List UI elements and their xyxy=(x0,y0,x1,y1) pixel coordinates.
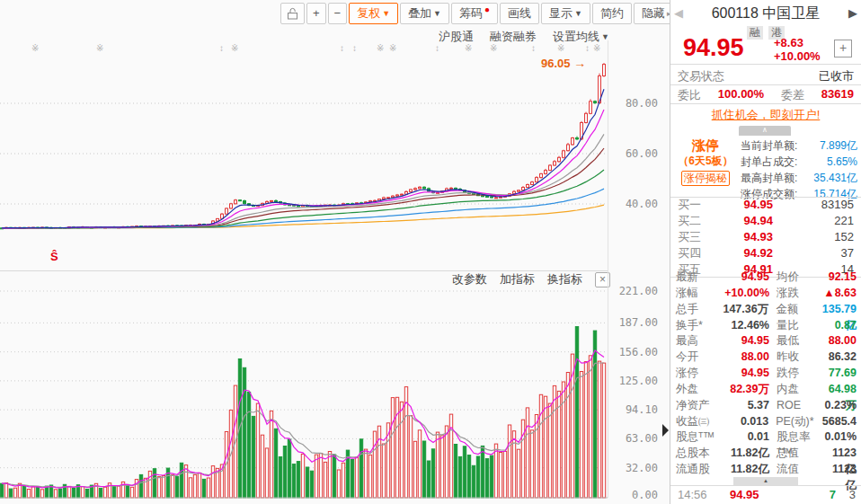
stat-row: 涨停94.95跌停77.69 xyxy=(676,366,857,382)
announcement-star-icon[interactable]: ※ xyxy=(96,43,103,54)
add-to-watchlist-button[interactable]: + xyxy=(834,40,852,57)
trade-status-label: 交易状态 xyxy=(678,68,724,84)
divider xyxy=(670,103,861,104)
announcement-star-icon[interactable]: ※ xyxy=(31,43,39,54)
weicha-value: 83619 xyxy=(821,87,854,103)
limit-up-streak: （6天5板） xyxy=(670,154,741,169)
candlestick-chart-canvas[interactable] xyxy=(0,40,608,272)
axis-divider xyxy=(608,40,608,498)
toolbar-button-画线[interactable]: 画线 xyxy=(500,3,539,24)
change-percent: +10.00% xyxy=(774,49,821,63)
volume-tick-label: 94.10 xyxy=(611,403,658,416)
collapse-tab[interactable]: ∧ xyxy=(739,126,791,136)
price-change: +8.63 +10.00% xyxy=(774,36,821,63)
dividend-arrow-icon[interactable]: ↕ xyxy=(531,43,536,54)
stat-row: 换手*12.46%量比0.87 xyxy=(676,318,857,334)
announcement-star-icon[interactable]: ※ xyxy=(593,43,600,54)
volume-tick-label: 32.00 xyxy=(611,462,658,474)
stat-row: 总股本11.82亿总值1123亿 xyxy=(676,446,857,462)
divider xyxy=(670,84,861,85)
quote-panel: ◀ 600118 中国卫星 ▶ 融港 94.95 +8.63 +10.00% +… xyxy=(670,0,861,504)
dividend-arrow-icon[interactable]: ↕ xyxy=(435,43,439,54)
panel-splitter-handle[interactable] xyxy=(662,424,669,437)
stat-row: 涨幅+10.00%涨跌▲8.63 xyxy=(676,286,857,302)
change-value: +8.63 xyxy=(774,36,821,49)
toolbar-button-显示[interactable]: 显示▼ xyxy=(541,3,590,24)
peak-price-label: 96.05 → xyxy=(541,56,586,70)
stat-row: 最高94.95最低88.00 xyxy=(676,333,857,349)
announcement-star-icon[interactable]: ※ xyxy=(377,43,384,54)
limit-up-stats: 当前封单额:7.899亿封单占成交:5.65%最高封单额:35.431亿涨停成交… xyxy=(741,137,857,202)
volume-tick-label: 187.00 xyxy=(611,316,658,329)
trade-status-row: 交易状态 已收市 xyxy=(678,68,854,84)
stat-row: 总手147.36万金额135.79亿 xyxy=(676,302,857,318)
limit-stat-row: 封单占成交:5.65% xyxy=(741,154,857,170)
price-tick-label: 40.00 xyxy=(611,198,658,210)
stock-title: 600118 中国卫星 xyxy=(670,4,861,23)
volume-chart-canvas[interactable] xyxy=(0,286,608,501)
limit-up-secret-button[interactable]: 涨停揭秘 xyxy=(681,171,730,186)
limit-stat-row: 当前封单额:7.899亿 xyxy=(741,137,857,154)
panel-scroll-tab[interactable]: ▲ xyxy=(733,477,798,485)
chart-region: +−复权▼叠加▼筹码●画线显示▼简约隐藏▸▸ 沪股通融资融券设置均线▼ ※※※※… xyxy=(0,0,670,504)
toolbar-button-−[interactable]: − xyxy=(328,3,348,24)
trading-app-window: +−复权▼叠加▼筹码●画线显示▼简约隐藏▸▸ 沪股通融资融券设置均线▼ ※※※※… xyxy=(0,0,861,504)
divider xyxy=(670,485,861,486)
volume-tick-label: 156.00 xyxy=(611,346,658,358)
weibi-row: 委比 100.00% 委差 83619 xyxy=(678,87,854,103)
peak-arrow-icon: → xyxy=(573,56,586,70)
volume-tick-label: 221.00 xyxy=(611,285,658,297)
tick-price: 94.95 xyxy=(730,487,793,503)
toolbar-button-叠加[interactable]: 叠加▼ xyxy=(400,3,449,24)
limit-up-title: 涨停 xyxy=(670,137,741,154)
announcement-star-icon[interactable]: ※ xyxy=(231,43,238,54)
dividend-arrow-icon[interactable]: ↕ xyxy=(219,43,224,54)
stock-name: 中国卫星 xyxy=(762,5,820,21)
toolbar-button-简约[interactable]: 简约 xyxy=(592,3,632,24)
stat-row: 流通股11.82亿流值1123亿 xyxy=(676,462,857,478)
announcement-star-icon[interactable]: ※ xyxy=(557,43,564,54)
stat-row: 外盘82.39万内盘64.98万 xyxy=(676,382,857,398)
weicha-label: 委差 xyxy=(781,87,804,103)
toolbar-button-复权[interactable]: 复权▼ xyxy=(349,3,398,24)
last-price: 94.95 xyxy=(683,34,744,62)
weibi-value: 100.00% xyxy=(718,87,764,103)
divider xyxy=(670,64,861,65)
bid-row: 买四94.9237 xyxy=(678,245,854,261)
stat-row: 收益㈢0.013PE(动)*5685.4 xyxy=(676,414,857,430)
bid-row: 买一94.9583195 xyxy=(678,197,854,213)
bid-row: 买三94.93152 xyxy=(678,229,854,245)
price-tick-label: 80.00 xyxy=(611,97,658,110)
announcement-star-icon[interactable]: ※ xyxy=(465,43,472,54)
volume-tick-label: 125.00 xyxy=(611,375,658,387)
next-stock-arrow[interactable]: ▶ xyxy=(848,6,857,20)
tick-time: 14:56 xyxy=(678,487,730,503)
dividend-arrow-icon[interactable]: ↕ xyxy=(585,43,590,54)
stats-grid: 最新94.95均价92.15涨幅+10.00%涨跌▲8.63总手147.36万金… xyxy=(676,270,857,478)
chart-toolbar: +−复权▼叠加▼筹码●画线显示▼简约隐藏▸▸ xyxy=(280,3,710,24)
lock-icon[interactable] xyxy=(280,3,305,24)
trade-status-value: 已收市 xyxy=(819,68,854,84)
weibi-label: 委比 xyxy=(678,87,701,103)
announcement-star-icon[interactable]: ※ xyxy=(389,43,396,54)
dividend-arrow-icon[interactable]: ↕ xyxy=(340,43,344,54)
badge-融: 融 xyxy=(747,26,763,40)
open-account-link[interactable]: 抓住机会，即刻开户! xyxy=(670,107,861,123)
bid-table: 买一94.9583195买二94.94221买三94.93152买四94.923… xyxy=(678,197,854,278)
price-tick-label: 60.00 xyxy=(611,147,658,160)
tick-count: 3 xyxy=(836,487,856,503)
announcement-star-icon[interactable]: ※ xyxy=(490,43,497,54)
limit-stat-row: 最高封单额:35.431亿 xyxy=(741,170,857,186)
toolbar-button-筹码[interactable]: 筹码● xyxy=(451,3,498,24)
dividend-s-marker: Ŝ xyxy=(50,250,58,263)
volume-tick-label: 0.00 xyxy=(611,489,658,501)
stat-row: 净资产5.37ROE0.23% xyxy=(676,398,857,414)
toolbar-button-+[interactable]: + xyxy=(306,3,326,24)
stat-row: 股息ᵀᵀᴹ0.01股息率ᵀᵀᴹ0.01% xyxy=(676,429,857,446)
stat-row: 今开88.00昨收86.32 xyxy=(676,349,857,366)
dividend-arrow-icon[interactable]: ↕ xyxy=(352,43,357,54)
tick-volume: 7 xyxy=(793,487,836,503)
stock-code: 600118 xyxy=(712,5,759,21)
bid-row: 买二94.94221 xyxy=(678,213,854,229)
stat-row: 最新94.95均价92.15 xyxy=(676,270,857,286)
